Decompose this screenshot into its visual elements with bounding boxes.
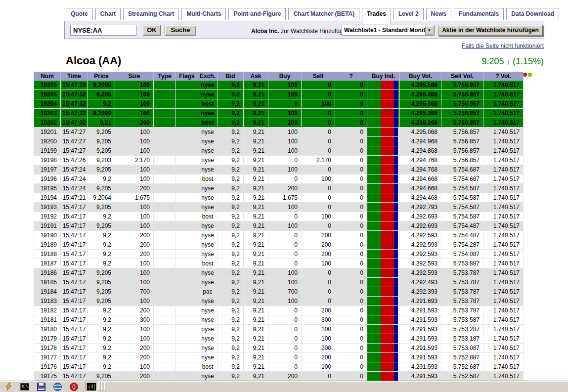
cell-q_vol: 1.740.517: [483, 90, 524, 99]
buy-indicator-cell: [367, 250, 400, 259]
cell-buy: 0: [268, 250, 302, 259]
cell-q_vol: 1.740.517: [483, 362, 524, 372]
buy-indicator-stripes: [367, 128, 399, 136]
cell-num: 19195: [34, 184, 61, 193]
cell-ask: 9,21: [244, 362, 268, 372]
stripe-filler: [398, 353, 399, 362]
cell-num: 19181: [34, 315, 61, 325]
tab-fundamentals[interactable]: Fundamentals: [454, 8, 504, 20]
buy-indicator-cell: [367, 193, 400, 203]
tab-trades[interactable]: Trades: [362, 8, 391, 24]
cell-size: 100: [115, 268, 154, 278]
cell-type: [154, 203, 176, 212]
symbol-input[interactable]: [70, 25, 136, 36]
cell-q_vol: 1.740.517: [483, 81, 524, 90]
cell-flags: [176, 174, 198, 184]
cell-num: 19204: [34, 99, 61, 109]
blue-stripe: [394, 81, 398, 89]
green-stripe: [367, 156, 381, 165]
blue-stripe: [394, 268, 398, 277]
cell-type: [154, 353, 176, 362]
ok-button[interactable]: OK: [143, 25, 161, 36]
cell-ask: 9,21: [244, 221, 268, 231]
cell-ask: 9,21: [244, 231, 268, 240]
cell-size: 100: [115, 278, 154, 287]
window-separator[interactable]: [98, 382, 100, 391]
cell-flags: [176, 344, 198, 353]
suche-button[interactable]: Suche: [165, 25, 196, 36]
buy-indicator-stripes: [367, 268, 399, 277]
cell-q_vol: 1.740.517: [483, 259, 524, 268]
table-row: 1918715:47:179,2100bost9,29,21010004.292…: [34, 259, 524, 268]
start-stream-dot-icon[interactable]: [528, 73, 532, 77]
browser-globe-icon[interactable]: [53, 382, 62, 391]
cell-sell: 0: [302, 90, 335, 99]
cell-num: 19199: [34, 146, 61, 156]
tab-level-2[interactable]: Level 2: [393, 8, 424, 20]
stripe-filler: [398, 344, 399, 352]
window-separator[interactable]: [101, 382, 103, 391]
cell-type: [154, 325, 176, 334]
cell-buy: 100: [268, 268, 302, 278]
cell-num: 19192: [34, 212, 61, 221]
cell-flags: [176, 118, 198, 128]
cell-exch: nyse: [198, 325, 218, 334]
column-header: Size: [115, 72, 154, 81]
cell-sell: 100: [302, 325, 335, 334]
blue-stripe: [394, 287, 398, 296]
green-stripe: [367, 259, 381, 268]
stripe-filler: [398, 128, 399, 136]
cell-exch: nyse: [198, 372, 218, 381]
cell-type: [154, 306, 176, 315]
cell-bid: 9,2: [218, 193, 244, 203]
cell-size: 300: [115, 315, 154, 325]
watchlist-select[interactable]: Watchliste1 - Standard Monitor ▼: [342, 25, 435, 36]
cell-bid: 9,2: [218, 334, 244, 344]
column-header: Type: [154, 72, 176, 81]
cell-price: 9,21: [88, 118, 115, 128]
chevron-down-icon[interactable]: ▼: [425, 26, 434, 35]
cell-flags: [176, 203, 198, 212]
lightning-icon[interactable]: [4, 382, 13, 391]
cell-q: 0: [335, 353, 367, 362]
cell-type: [154, 297, 176, 306]
cell-q_vol: 1.740.517: [483, 287, 524, 297]
cell-sell_vol: 5.754.587: [441, 203, 483, 212]
help-link[interactable]: Falls die Seite nicht funktioniert: [462, 43, 544, 49]
cell-time: 15:47:17: [61, 297, 88, 306]
cell-q: 0: [335, 212, 367, 221]
cell-q: 0: [335, 146, 367, 156]
watchlist-label: Alcoa Inc. zur Watchliste Hinzufügen: [251, 28, 350, 35]
candlestick-chart-icon[interactable]: [86, 382, 97, 392]
tab-quote[interactable]: Quote: [66, 8, 93, 20]
cell-price: 9,2: [88, 344, 115, 353]
stop-stream-dot-icon[interactable]: [523, 73, 527, 77]
command-prompt-icon[interactable]: C:\_: [20, 382, 29, 391]
red-stripe: [381, 99, 394, 108]
cell-time: 15:47:17: [61, 278, 88, 287]
cell-price: 9,2: [88, 315, 115, 325]
tab-multi-charts[interactable]: Multi-Charts: [181, 8, 226, 20]
tab-data-download[interactable]: Data Download: [506, 8, 559, 20]
cell-sell: 0: [302, 268, 335, 278]
save-icon[interactable]: [37, 382, 45, 391]
cell-exch: nyse: [198, 278, 218, 287]
cell-sell: 0: [302, 278, 335, 287]
opera-icon[interactable]: [69, 382, 78, 391]
window-separator[interactable]: [104, 382, 106, 391]
cell-buy: 100: [268, 203, 302, 212]
cell-buy_vol: 4.292.693: [400, 221, 441, 231]
tab-news[interactable]: News: [426, 8, 451, 20]
add-to-watchlist-button[interactable]: Aktie in der Watchliste hinzufügen: [438, 25, 543, 36]
tab-chart-matcher-beta[interactable]: Chart Matcher (BETA): [288, 8, 359, 20]
tab-chart[interactable]: Chart: [95, 8, 121, 20]
tab-streaming-chart[interactable]: Streaming Chart: [123, 8, 179, 20]
buy-indicator-cell: [367, 278, 400, 287]
cell-flags: [176, 128, 198, 137]
stripe-filler: [398, 325, 399, 334]
cell-q_vol: 1.740.517: [483, 174, 524, 184]
tab-point-and-figure[interactable]: Point-and-Figure: [228, 8, 286, 20]
blue-stripe: [394, 278, 398, 287]
cell-flags: [176, 306, 198, 315]
cell-bid: 9,2: [218, 278, 244, 287]
